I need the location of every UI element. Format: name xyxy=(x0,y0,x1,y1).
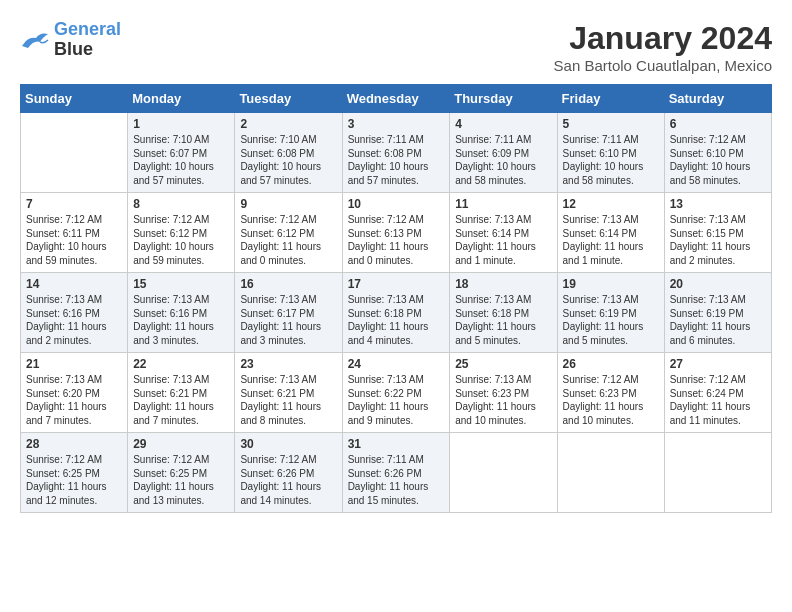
day-number: 24 xyxy=(348,357,445,371)
day-info: Sunrise: 7:13 AMSunset: 6:21 PMDaylight:… xyxy=(240,373,336,427)
logo-text: GeneralBlue xyxy=(54,20,121,60)
column-header-sunday: Sunday xyxy=(21,85,128,113)
calendar-cell: 8Sunrise: 7:12 AMSunset: 6:12 PMDaylight… xyxy=(128,193,235,273)
calendar-cell: 28Sunrise: 7:12 AMSunset: 6:25 PMDayligh… xyxy=(21,433,128,513)
day-number: 23 xyxy=(240,357,336,371)
day-number: 12 xyxy=(563,197,659,211)
calendar-cell: 27Sunrise: 7:12 AMSunset: 6:24 PMDayligh… xyxy=(664,353,771,433)
day-info: Sunrise: 7:13 AMSunset: 6:23 PMDaylight:… xyxy=(455,373,551,427)
day-info: Sunrise: 7:13 AMSunset: 6:18 PMDaylight:… xyxy=(348,293,445,347)
day-number: 13 xyxy=(670,197,766,211)
logo-icon xyxy=(20,28,50,52)
calendar-cell: 15Sunrise: 7:13 AMSunset: 6:16 PMDayligh… xyxy=(128,273,235,353)
calendar-cell: 1Sunrise: 7:10 AMSunset: 6:07 PMDaylight… xyxy=(128,113,235,193)
calendar-cell: 20Sunrise: 7:13 AMSunset: 6:19 PMDayligh… xyxy=(664,273,771,353)
day-info: Sunrise: 7:11 AMSunset: 6:10 PMDaylight:… xyxy=(563,133,659,187)
calendar-cell: 22Sunrise: 7:13 AMSunset: 6:21 PMDayligh… xyxy=(128,353,235,433)
calendar-cell: 7Sunrise: 7:12 AMSunset: 6:11 PMDaylight… xyxy=(21,193,128,273)
calendar-cell: 9Sunrise: 7:12 AMSunset: 6:12 PMDaylight… xyxy=(235,193,342,273)
day-number: 22 xyxy=(133,357,229,371)
calendar-week-2: 7Sunrise: 7:12 AMSunset: 6:11 PMDaylight… xyxy=(21,193,772,273)
calendar-cell: 3Sunrise: 7:11 AMSunset: 6:08 PMDaylight… xyxy=(342,113,450,193)
calendar-cell xyxy=(557,433,664,513)
day-info: Sunrise: 7:13 AMSunset: 6:21 PMDaylight:… xyxy=(133,373,229,427)
column-header-saturday: Saturday xyxy=(664,85,771,113)
calendar-body: 1Sunrise: 7:10 AMSunset: 6:07 PMDaylight… xyxy=(21,113,772,513)
calendar-cell: 25Sunrise: 7:13 AMSunset: 6:23 PMDayligh… xyxy=(450,353,557,433)
calendar-cell: 14Sunrise: 7:13 AMSunset: 6:16 PMDayligh… xyxy=(21,273,128,353)
day-number: 25 xyxy=(455,357,551,371)
day-info: Sunrise: 7:13 AMSunset: 6:17 PMDaylight:… xyxy=(240,293,336,347)
column-header-thursday: Thursday xyxy=(450,85,557,113)
calendar-cell xyxy=(21,113,128,193)
day-number: 26 xyxy=(563,357,659,371)
day-number: 28 xyxy=(26,437,122,451)
calendar-cell xyxy=(664,433,771,513)
calendar-header-row: SundayMondayTuesdayWednesdayThursdayFrid… xyxy=(21,85,772,113)
day-info: Sunrise: 7:13 AMSunset: 6:19 PMDaylight:… xyxy=(563,293,659,347)
day-number: 27 xyxy=(670,357,766,371)
day-number: 14 xyxy=(26,277,122,291)
day-info: Sunrise: 7:11 AMSunset: 6:09 PMDaylight:… xyxy=(455,133,551,187)
day-info: Sunrise: 7:12 AMSunset: 6:24 PMDaylight:… xyxy=(670,373,766,427)
column-header-tuesday: Tuesday xyxy=(235,85,342,113)
calendar-week-5: 28Sunrise: 7:12 AMSunset: 6:25 PMDayligh… xyxy=(21,433,772,513)
day-info: Sunrise: 7:12 AMSunset: 6:10 PMDaylight:… xyxy=(670,133,766,187)
calendar-title: January 2024 xyxy=(554,20,772,57)
day-info: Sunrise: 7:12 AMSunset: 6:13 PMDaylight:… xyxy=(348,213,445,267)
day-info: Sunrise: 7:13 AMSunset: 6:19 PMDaylight:… xyxy=(670,293,766,347)
day-number: 17 xyxy=(348,277,445,291)
calendar-week-1: 1Sunrise: 7:10 AMSunset: 6:07 PMDaylight… xyxy=(21,113,772,193)
day-info: Sunrise: 7:12 AMSunset: 6:26 PMDaylight:… xyxy=(240,453,336,507)
day-info: Sunrise: 7:13 AMSunset: 6:22 PMDaylight:… xyxy=(348,373,445,427)
day-number: 16 xyxy=(240,277,336,291)
day-number: 10 xyxy=(348,197,445,211)
day-info: Sunrise: 7:12 AMSunset: 6:25 PMDaylight:… xyxy=(26,453,122,507)
calendar-subtitle: San Bartolo Cuautlalpan, Mexico xyxy=(554,57,772,74)
calendar-cell: 21Sunrise: 7:13 AMSunset: 6:20 PMDayligh… xyxy=(21,353,128,433)
day-number: 19 xyxy=(563,277,659,291)
day-info: Sunrise: 7:12 AMSunset: 6:25 PMDaylight:… xyxy=(133,453,229,507)
calendar-cell: 11Sunrise: 7:13 AMSunset: 6:14 PMDayligh… xyxy=(450,193,557,273)
calendar-cell: 12Sunrise: 7:13 AMSunset: 6:14 PMDayligh… xyxy=(557,193,664,273)
day-info: Sunrise: 7:12 AMSunset: 6:12 PMDaylight:… xyxy=(133,213,229,267)
day-number: 1 xyxy=(133,117,229,131)
column-header-wednesday: Wednesday xyxy=(342,85,450,113)
day-number: 15 xyxy=(133,277,229,291)
day-number: 7 xyxy=(26,197,122,211)
day-info: Sunrise: 7:12 AMSunset: 6:23 PMDaylight:… xyxy=(563,373,659,427)
calendar-cell: 10Sunrise: 7:12 AMSunset: 6:13 PMDayligh… xyxy=(342,193,450,273)
calendar-week-4: 21Sunrise: 7:13 AMSunset: 6:20 PMDayligh… xyxy=(21,353,772,433)
day-info: Sunrise: 7:13 AMSunset: 6:16 PMDaylight:… xyxy=(26,293,122,347)
calendar-cell: 4Sunrise: 7:11 AMSunset: 6:09 PMDaylight… xyxy=(450,113,557,193)
calendar-cell: 18Sunrise: 7:13 AMSunset: 6:18 PMDayligh… xyxy=(450,273,557,353)
day-number: 30 xyxy=(240,437,336,451)
calendar-cell xyxy=(450,433,557,513)
day-info: Sunrise: 7:11 AMSunset: 6:26 PMDaylight:… xyxy=(348,453,445,507)
calendar-cell: 24Sunrise: 7:13 AMSunset: 6:22 PMDayligh… xyxy=(342,353,450,433)
calendar-cell: 29Sunrise: 7:12 AMSunset: 6:25 PMDayligh… xyxy=(128,433,235,513)
day-number: 5 xyxy=(563,117,659,131)
day-number: 29 xyxy=(133,437,229,451)
calendar-cell: 16Sunrise: 7:13 AMSunset: 6:17 PMDayligh… xyxy=(235,273,342,353)
calendar-cell: 23Sunrise: 7:13 AMSunset: 6:21 PMDayligh… xyxy=(235,353,342,433)
calendar-cell: 5Sunrise: 7:11 AMSunset: 6:10 PMDaylight… xyxy=(557,113,664,193)
day-number: 6 xyxy=(670,117,766,131)
day-number: 2 xyxy=(240,117,336,131)
calendar-cell: 30Sunrise: 7:12 AMSunset: 6:26 PMDayligh… xyxy=(235,433,342,513)
calendar-cell: 6Sunrise: 7:12 AMSunset: 6:10 PMDaylight… xyxy=(664,113,771,193)
day-number: 31 xyxy=(348,437,445,451)
calendar-cell: 26Sunrise: 7:12 AMSunset: 6:23 PMDayligh… xyxy=(557,353,664,433)
day-info: Sunrise: 7:10 AMSunset: 6:07 PMDaylight:… xyxy=(133,133,229,187)
day-info: Sunrise: 7:10 AMSunset: 6:08 PMDaylight:… xyxy=(240,133,336,187)
day-info: Sunrise: 7:11 AMSunset: 6:08 PMDaylight:… xyxy=(348,133,445,187)
day-info: Sunrise: 7:13 AMSunset: 6:14 PMDaylight:… xyxy=(455,213,551,267)
day-number: 3 xyxy=(348,117,445,131)
calendar-cell: 2Sunrise: 7:10 AMSunset: 6:08 PMDaylight… xyxy=(235,113,342,193)
day-number: 11 xyxy=(455,197,551,211)
calendar-cell: 13Sunrise: 7:13 AMSunset: 6:15 PMDayligh… xyxy=(664,193,771,273)
day-info: Sunrise: 7:13 AMSunset: 6:15 PMDaylight:… xyxy=(670,213,766,267)
column-header-friday: Friday xyxy=(557,85,664,113)
day-number: 21 xyxy=(26,357,122,371)
column-header-monday: Monday xyxy=(128,85,235,113)
